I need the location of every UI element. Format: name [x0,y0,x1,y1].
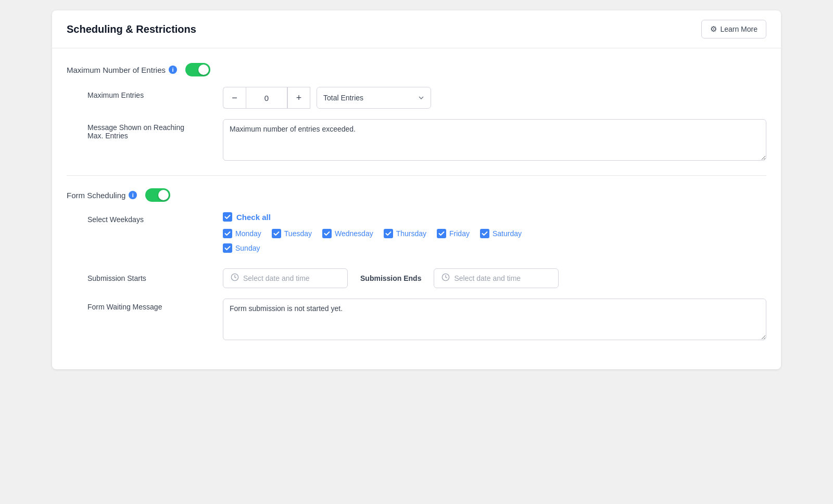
check-all-row: Check all [223,212,766,222]
check-all-checkbox[interactable] [223,212,232,222]
panel-content: Maximum Number of Entries i Maximum Entr… [52,48,781,369]
waiting-message-textarea[interactable]: Form submission is not started yet. [223,299,766,340]
day-saturday[interactable]: Saturday [480,229,522,238]
sunday-checkbox[interactable] [223,243,232,253]
tuesday-checkbox[interactable] [272,229,281,238]
wednesday-checkbox[interactable] [322,229,332,238]
form-scheduling-label: Form Scheduling i [67,191,137,200]
message-label: Message Shown on Reaching Max. Entries [87,119,223,140]
number-group: − + Total Entries Per User Per IP [223,87,766,109]
monday-label: Monday [235,229,261,238]
day-monday[interactable]: Monday [223,229,261,238]
scheduling-restrictions-panel: Scheduling & Restrictions ⚙ Learn More M… [52,10,781,369]
friday-checkbox[interactable] [437,229,446,238]
maximum-entries-label: Maximum Entries [87,87,223,99]
thursday-checkbox[interactable] [384,229,393,238]
message-field-content: Maximum number of entries exceeded. [223,119,766,163]
decrement-button[interactable]: − [223,87,246,109]
day-friday[interactable]: Friday [437,229,470,238]
max-entries-info-icon[interactable]: i [169,66,177,74]
max-entries-message-textarea[interactable]: Maximum number of entries exceeded. [223,119,766,161]
max-entries-subsection: Maximum Entries − + Total Entries Per Us… [67,87,766,163]
thursday-label: Thursday [396,229,426,238]
submission-ends-label: Submission Ends [360,274,421,282]
page-title: Scheduling & Restrictions [67,23,196,35]
submission-starts-label: Submission Starts [87,274,223,282]
sunday-label: Sunday [235,244,260,252]
tuesday-label: Tuesday [284,229,312,238]
day-tuesday[interactable]: Tuesday [272,229,312,238]
max-entries-input[interactable] [246,87,287,109]
saturday-label: Saturday [493,229,522,238]
max-entries-toggle[interactable] [185,63,210,76]
submission-starts-input[interactable]: Select date and time [223,268,348,288]
check-all-label[interactable]: Check all [236,213,271,222]
submission-starts-placeholder: Select date and time [243,274,310,282]
weekdays-row: Select Weekdays Check all [87,212,766,258]
waiting-message-row: Form Waiting Message Form submission is … [87,299,766,342]
friday-label: Friday [449,229,470,238]
day-thursday[interactable]: Thursday [384,229,426,238]
form-scheduling-section-row: Form Scheduling i [67,188,766,202]
clock-icon-ends [441,273,450,283]
saturday-checkbox[interactable] [480,229,489,238]
panel-header: Scheduling & Restrictions ⚙ Learn More [52,10,781,48]
increment-button[interactable]: + [287,87,310,109]
submission-row: Submission Starts Select date and time S… [87,268,766,288]
submission-ends-input[interactable]: Select date and time [434,268,559,288]
waiting-message-label: Form Waiting Message [87,299,223,311]
weekdays-label: Select Weekdays [87,212,223,224]
learn-more-button[interactable]: ⚙ Learn More [701,20,766,38]
submission-ends-placeholder: Select date and time [454,274,521,282]
max-entries-section-row: Maximum Number of Entries i [67,63,766,76]
days-row-2: Sunday [223,243,766,253]
toggle-thumb [198,64,209,75]
form-scheduling-subsection: Select Weekdays Check all [67,212,766,342]
days-row-1: Monday Tuesday [223,229,766,238]
clock-icon-starts [231,273,239,283]
day-wednesday[interactable]: Wednesday [322,229,373,238]
entries-type-select[interactable]: Total Entries Per User Per IP [317,87,431,109]
form-scheduling-toggle[interactable] [145,188,170,202]
message-field-row: Message Shown on Reaching Max. Entries M… [87,119,766,163]
wednesday-label: Wednesday [335,229,373,238]
monday-checkbox[interactable] [223,229,232,238]
learn-more-label: Learn More [720,25,758,33]
maximum-entries-field-row: Maximum Entries − + Total Entries Per Us… [87,87,766,109]
waiting-message-content: Form submission is not started yet. [223,299,766,342]
gear-icon: ⚙ [710,24,717,34]
max-entries-label: Maximum Number of Entries i [67,66,177,74]
day-sunday[interactable]: Sunday [223,243,260,253]
weekdays-content: Check all Monday [223,212,766,258]
form-scheduling-info-icon[interactable]: i [129,191,137,199]
maximum-entries-controls: − + Total Entries Per User Per IP [223,87,766,109]
divider [67,175,766,176]
